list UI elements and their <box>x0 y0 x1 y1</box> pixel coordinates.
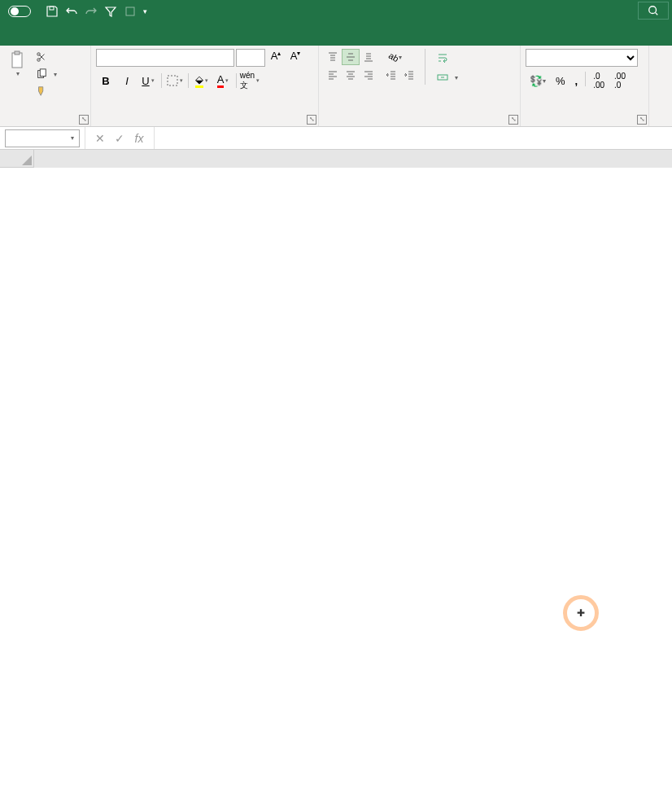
format-painter-button[interactable] <box>33 83 60 99</box>
svg-rect-1 <box>126 7 134 15</box>
clipboard-group-label <box>5 123 85 125</box>
align-bottom-button[interactable] <box>360 49 377 65</box>
align-middle-button[interactable] <box>342 49 360 65</box>
font-color-button[interactable]: A <box>213 72 233 90</box>
decrease-font-button[interactable]: A▾ <box>286 49 304 67</box>
border-button[interactable] <box>165 72 185 90</box>
increase-decimal-button[interactable]: .0.00 <box>589 72 609 90</box>
align-right-button[interactable] <box>360 67 377 83</box>
group-number: 💱▾ % , .0.00 .00.0 ⤡ <box>521 46 649 126</box>
group-clipboard: ▾ ▾ ⤡ <box>0 46 91 126</box>
font-name-input[interactable] <box>96 49 234 67</box>
number-group-label <box>526 123 644 125</box>
phonetic-button[interactable]: wén文 <box>240 72 260 90</box>
search-icon <box>648 5 659 16</box>
clipboard-dialog-launcher[interactable]: ⤡ <box>79 115 89 125</box>
ribbon-tabs <box>0 23 672 46</box>
ribbon: ▾ ▾ ⤡ <box>0 46 672 127</box>
accounting-format-button[interactable]: 💱▾ <box>526 72 550 90</box>
increase-font-button[interactable]: A▴ <box>267 49 285 67</box>
orientation-button[interactable]: ab▾ <box>382 49 408 65</box>
font-dialog-launcher[interactable]: ⤡ <box>307 115 316 125</box>
enter-formula-button[interactable]: ✓ <box>111 130 128 147</box>
select-all-corner[interactable] <box>0 150 34 168</box>
alignment-group-label <box>324 123 515 125</box>
border-icon <box>167 75 178 86</box>
title-bar: ▾ <box>0 0 672 23</box>
align-left-button[interactable] <box>324 67 342 83</box>
cut-button[interactable] <box>33 49 60 65</box>
font-group-label <box>96 123 313 125</box>
decrease-decimal-button[interactable]: .00.0 <box>610 72 630 90</box>
bucket-icon: ⬙ <box>195 73 203 88</box>
svg-rect-0 <box>50 7 54 10</box>
quick-access-toolbar: ▾ <box>39 5 154 18</box>
touch-mode-icon[interactable] <box>124 5 137 18</box>
font-size-input[interactable] <box>236 49 265 67</box>
copy-icon <box>36 68 47 80</box>
autosave-toggle[interactable] <box>0 6 39 17</box>
wrap-icon <box>437 52 448 64</box>
brush-icon <box>36 85 47 97</box>
group-font: A▴ A▾ B I U ⬙ A wén文 ⤡ <box>91 46 319 126</box>
qat-customize-icon[interactable]: ▾ <box>143 7 147 15</box>
chevron-down-icon: ▾ <box>71 134 74 142</box>
svg-rect-4 <box>15 51 20 55</box>
font-color-icon: A <box>217 73 225 88</box>
cancel-formula-button[interactable]: ✕ <box>92 130 108 147</box>
chevron-down-icon: ▾ <box>16 70 20 77</box>
group-alignment: ab▾ ▾ ⤡ <box>319 46 521 126</box>
scissors-icon <box>36 51 47 63</box>
paste-button[interactable]: ▾ <box>5 49 31 79</box>
search-button[interactable] <box>638 2 669 20</box>
svg-rect-8 <box>40 69 46 77</box>
formula-bar: ▾ ✕ ✓ fx <box>0 127 672 150</box>
save-icon[interactable] <box>46 5 59 18</box>
spreadsheet-grid <box>0 150 672 168</box>
comma-button[interactable]: , <box>571 72 583 90</box>
increase-indent-button[interactable] <box>400 67 418 83</box>
undo-icon[interactable] <box>65 5 78 18</box>
column-headers <box>0 150 672 168</box>
paste-icon <box>8 50 28 70</box>
toggle-switch <box>8 6 31 17</box>
redo-icon[interactable] <box>85 5 98 18</box>
percent-button[interactable]: % <box>552 72 569 90</box>
fill-color-button[interactable]: ⬙ <box>192 72 212 90</box>
bold-button[interactable]: B <box>96 72 116 90</box>
currency-icon: 💱 <box>530 75 543 87</box>
copy-button[interactable]: ▾ <box>33 66 60 82</box>
number-dialog-launcher[interactable]: ⤡ <box>637 115 647 125</box>
filter-icon[interactable] <box>104 5 117 18</box>
align-center-button[interactable] <box>342 67 360 83</box>
italic-button[interactable]: I <box>117 72 137 90</box>
merge-icon <box>437 72 448 83</box>
svg-point-2 <box>649 7 657 14</box>
formula-input[interactable] <box>155 129 672 147</box>
svg-rect-3 <box>12 53 22 68</box>
wrap-text-button[interactable] <box>432 49 463 67</box>
name-box[interactable]: ▾ <box>5 129 80 147</box>
number-format-select[interactable] <box>526 49 638 67</box>
merge-center-button[interactable]: ▾ <box>432 68 463 86</box>
alignment-dialog-launcher[interactable]: ⤡ <box>508 115 518 125</box>
insert-function-button[interactable]: fx <box>131 130 147 147</box>
decrease-indent-button[interactable] <box>382 67 400 83</box>
underline-button[interactable]: U <box>138 72 158 90</box>
cursor-indicator <box>563 595 599 631</box>
svg-rect-9 <box>168 76 177 85</box>
align-top-button[interactable] <box>324 49 342 65</box>
